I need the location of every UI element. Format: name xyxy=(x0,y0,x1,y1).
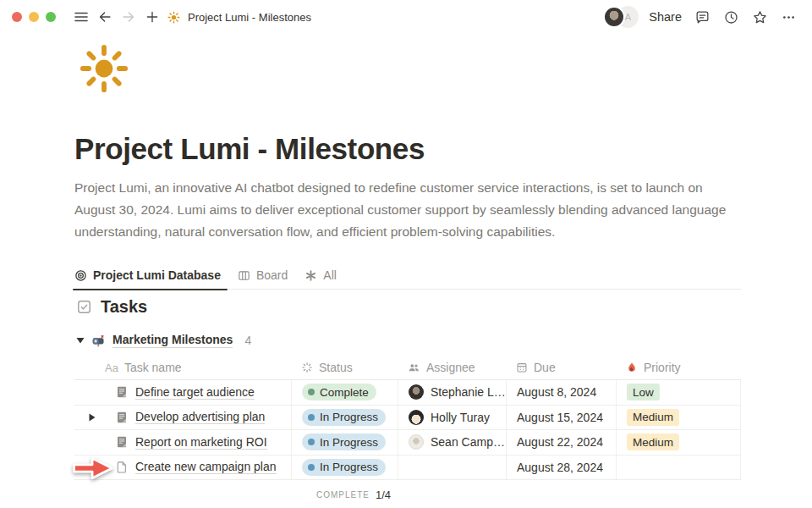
task-name[interactable]: Create new campaign plan xyxy=(135,460,277,474)
task-name[interactable]: Develop advertising plan xyxy=(135,410,265,424)
notion-window: Project Lumi - Milestones A Share Projec… xyxy=(0,0,812,508)
status-badge[interactable]: In Progress xyxy=(302,433,386,450)
expand-triangle-icon[interactable] xyxy=(88,412,98,422)
forward-button[interactable] xyxy=(117,5,140,29)
topbar-actions xyxy=(690,5,800,29)
column-header-status[interactable]: Status xyxy=(291,356,398,379)
priority-cell[interactable]: Low xyxy=(616,380,741,405)
table-header-row: Aa Task name Status Assignee Due xyxy=(74,356,741,380)
sidebar-toggle-icon[interactable] xyxy=(69,5,93,29)
task-name-cell[interactable]: Define target audience xyxy=(74,380,291,405)
status-label: Complete xyxy=(320,386,369,399)
status-cell[interactable]: In Progress xyxy=(291,430,398,455)
table-row[interactable]: Create new campaign plan In Progress Aug… xyxy=(74,456,741,481)
people-icon xyxy=(408,362,420,374)
tasks-heading-label: Tasks xyxy=(101,297,147,317)
column-header-due[interactable]: Due xyxy=(506,356,616,379)
due-cell[interactable]: August 15, 2024 xyxy=(506,406,616,430)
table-row[interactable]: Define target audience Complete Stephani… xyxy=(74,380,741,406)
asterisk-icon xyxy=(304,269,317,282)
collapse-triangle-icon[interactable] xyxy=(76,336,85,345)
due-date: August 22, 2024 xyxy=(517,435,603,449)
column-label: Assignee xyxy=(426,361,475,374)
tab-project-lumi-database[interactable]: Project Lumi Database xyxy=(74,262,221,290)
page-icon xyxy=(115,385,129,399)
calc-label: COMPLETE xyxy=(316,490,370,500)
column-header-priority[interactable]: Priority xyxy=(616,356,741,379)
due-cell[interactable]: August 22, 2024 xyxy=(506,430,616,455)
back-button[interactable] xyxy=(93,5,117,29)
task-name[interactable]: Define target audience xyxy=(135,385,255,400)
assignee-cell[interactable] xyxy=(398,456,506,480)
table-row[interactable]: Develop advertising plan In Progress Hol… xyxy=(74,406,741,431)
status-cell[interactable]: In Progress xyxy=(291,456,398,480)
assignee-avatar xyxy=(409,384,424,400)
status-calc[interactable]: COMPLETE 1/4 xyxy=(291,480,398,501)
priority-label: Low xyxy=(633,386,654,399)
more-options-icon[interactable] xyxy=(776,5,800,29)
status-cell[interactable]: In Progress xyxy=(291,406,398,430)
status-badge[interactable]: In Progress xyxy=(302,459,386,476)
due-date: August 15, 2024 xyxy=(517,411,603,424)
page-sun-icon[interactable] xyxy=(80,44,129,93)
close-window-button[interactable] xyxy=(12,12,22,22)
group-title[interactable]: Marketing Milestones xyxy=(112,333,233,348)
status-badge[interactable]: In Progress xyxy=(302,409,386,426)
collaborator-avatars[interactable]: A xyxy=(603,6,639,28)
minimize-window-button[interactable] xyxy=(29,12,39,22)
priority-badge[interactable]: Low xyxy=(627,384,660,400)
group-row: Marketing Milestones 4 xyxy=(76,333,251,348)
traffic-lights xyxy=(12,12,56,22)
assignee-cell[interactable]: Sean Campbell xyxy=(398,430,506,455)
priority-badge[interactable]: Medium xyxy=(627,409,679,426)
task-name-cell[interactable]: Develop advertising plan xyxy=(74,406,291,430)
task-name-cell[interactable]: Create new campaign plan xyxy=(74,456,291,480)
flame-icon xyxy=(626,362,638,373)
share-button[interactable]: Share xyxy=(649,10,682,24)
group-count: 4 xyxy=(244,334,251,347)
tab-label: Board xyxy=(256,268,288,282)
status-badge[interactable]: Complete xyxy=(302,384,376,400)
updates-clock-icon[interactable] xyxy=(719,5,743,29)
assignee-name: Holly Turay xyxy=(431,411,490,424)
status-label: In Progress xyxy=(320,461,378,473)
checkbox-icon xyxy=(76,299,92,315)
assignee-cell[interactable]: Stephanie Lee xyxy=(398,380,506,405)
assignee-cell[interactable]: Holly Turay xyxy=(398,406,506,430)
priority-cell[interactable]: Medium xyxy=(616,430,741,455)
priority-cell[interactable]: Medium xyxy=(616,406,741,430)
tab-label: All xyxy=(323,268,337,282)
window-title[interactable]: Project Lumi - Milestones xyxy=(188,11,311,24)
assignee-avatar xyxy=(409,434,424,450)
page-icon xyxy=(115,411,129,424)
priority-badge[interactable]: Medium xyxy=(627,433,679,450)
status-label: In Progress xyxy=(320,411,378,423)
status-dot xyxy=(308,414,315,421)
due-date: August 8, 2024 xyxy=(517,385,596,399)
column-header-task-name[interactable]: Aa Task name xyxy=(74,356,291,379)
tab-board[interactable]: Board xyxy=(238,262,288,290)
task-name-cell[interactable]: Report on marketing ROI xyxy=(74,430,291,455)
tab-all[interactable]: All xyxy=(304,262,337,290)
comments-icon[interactable] xyxy=(690,5,714,29)
new-tab-button[interactable] xyxy=(140,5,164,29)
due-cell[interactable]: August 8, 2024 xyxy=(506,380,616,405)
column-label: Due xyxy=(534,361,556,374)
assignee-avatar xyxy=(409,410,424,425)
column-header-assignee[interactable]: Assignee xyxy=(398,356,506,379)
table-row[interactable]: Report on marketing ROI In Progress Sean… xyxy=(74,430,741,456)
text-icon: Aa xyxy=(105,362,118,374)
calc-value: 1/4 xyxy=(376,489,391,501)
target-icon xyxy=(74,269,87,282)
mailbox-icon xyxy=(91,334,106,348)
due-cell[interactable]: August 28, 2024 xyxy=(506,456,616,480)
column-label: Task name xyxy=(124,361,182,374)
zoom-window-button[interactable] xyxy=(46,12,56,22)
tab-sun-icon xyxy=(164,5,183,29)
tasks-heading: Tasks xyxy=(76,297,147,317)
favorite-star-icon[interactable] xyxy=(748,5,771,29)
status-cell[interactable]: Complete xyxy=(291,380,398,405)
task-name[interactable]: Report on marketing ROI xyxy=(135,435,267,450)
priority-cell[interactable] xyxy=(616,456,741,480)
status-dot xyxy=(308,464,315,471)
